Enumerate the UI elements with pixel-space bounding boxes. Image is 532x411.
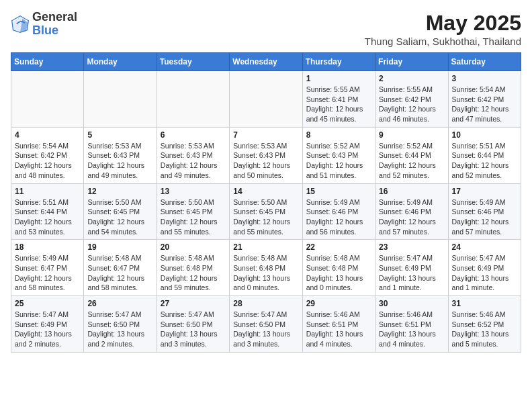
calendar-cell: 24Sunrise: 5:47 AM Sunset: 6:49 PM Dayli… bbox=[448, 240, 521, 296]
calendar-cell: 26Sunrise: 5:47 AM Sunset: 6:50 PM Dayli… bbox=[84, 296, 157, 353]
day-info: Sunrise: 5:55 AM Sunset: 6:41 PM Dayligh… bbox=[306, 85, 371, 124]
logo-general: General bbox=[32, 10, 77, 24]
day-info: Sunrise: 5:53 AM Sunset: 6:43 PM Dayligh… bbox=[161, 141, 226, 181]
day-number: 1 bbox=[306, 74, 371, 83]
day-info: Sunrise: 5:53 AM Sunset: 6:43 PM Dayligh… bbox=[233, 141, 298, 181]
calendar-table: SundayMondayTuesdayWednesdayThursdayFrid… bbox=[11, 52, 521, 353]
day-number: 9 bbox=[379, 130, 444, 140]
day-number: 12 bbox=[87, 187, 152, 196]
calendar-cell: 28Sunrise: 5:47 AM Sunset: 6:50 PM Dayli… bbox=[230, 296, 302, 353]
calendar-cell: 9Sunrise: 5:52 AM Sunset: 6:44 PM Daylig… bbox=[375, 127, 448, 183]
day-info: Sunrise: 5:50 AM Sunset: 6:45 PM Dayligh… bbox=[161, 197, 226, 237]
calendar-cell: 4Sunrise: 5:54 AM Sunset: 6:42 PM Daylig… bbox=[11, 127, 84, 183]
calendar-cell: 15Sunrise: 5:49 AM Sunset: 6:46 PM Dayli… bbox=[302, 183, 375, 240]
day-number: 14 bbox=[233, 187, 298, 196]
calendar-cell: 30Sunrise: 5:46 AM Sunset: 6:51 PM Dayli… bbox=[375, 296, 448, 353]
day-number: 13 bbox=[161, 187, 226, 196]
day-info: Sunrise: 5:48 AM Sunset: 6:48 PM Dayligh… bbox=[161, 253, 226, 293]
week-row-2: 4Sunrise: 5:54 AM Sunset: 6:42 PM Daylig… bbox=[11, 127, 521, 183]
day-number: 24 bbox=[452, 242, 517, 252]
day-number: 29 bbox=[306, 299, 371, 308]
day-number: 28 bbox=[233, 299, 298, 308]
week-row-5: 25Sunrise: 5:47 AM Sunset: 6:49 PM Dayli… bbox=[11, 296, 521, 353]
day-header-thursday: Thursday bbox=[302, 53, 375, 71]
day-number: 22 bbox=[306, 242, 371, 252]
day-info: Sunrise: 5:53 AM Sunset: 6:43 PM Dayligh… bbox=[87, 141, 152, 181]
calendar-cell: 21Sunrise: 5:48 AM Sunset: 6:48 PM Dayli… bbox=[230, 240, 302, 296]
calendar-cell: 29Sunrise: 5:46 AM Sunset: 6:51 PM Dayli… bbox=[302, 296, 375, 353]
page-header: General Blue May 2025 Thung Saliam, Sukh… bbox=[11, 11, 521, 47]
week-row-1: 1Sunrise: 5:55 AM Sunset: 6:41 PM Daylig… bbox=[11, 71, 521, 128]
day-info: Sunrise: 5:48 AM Sunset: 6:48 PM Dayligh… bbox=[233, 253, 298, 293]
day-info: Sunrise: 5:51 AM Sunset: 6:44 PM Dayligh… bbox=[452, 141, 517, 181]
day-number: 27 bbox=[161, 299, 226, 308]
day-info: Sunrise: 5:49 AM Sunset: 6:46 PM Dayligh… bbox=[379, 197, 444, 237]
day-info: Sunrise: 5:54 AM Sunset: 6:42 PM Dayligh… bbox=[15, 141, 80, 181]
day-number: 10 bbox=[452, 130, 517, 140]
generalblue-logo-icon bbox=[11, 15, 30, 34]
week-row-4: 18Sunrise: 5:49 AM Sunset: 6:47 PM Dayli… bbox=[11, 240, 521, 296]
day-number: 21 bbox=[233, 242, 298, 252]
day-info: Sunrise: 5:52 AM Sunset: 6:43 PM Dayligh… bbox=[306, 141, 371, 181]
day-header-monday: Monday bbox=[84, 53, 157, 71]
calendar-header: SundayMondayTuesdayWednesdayThursdayFrid… bbox=[11, 53, 521, 71]
day-info: Sunrise: 5:50 AM Sunset: 6:45 PM Dayligh… bbox=[233, 197, 298, 237]
day-number: 2 bbox=[379, 74, 444, 83]
days-of-week-row: SundayMondayTuesdayWednesdayThursdayFrid… bbox=[11, 53, 521, 71]
day-info: Sunrise: 5:50 AM Sunset: 6:45 PM Dayligh… bbox=[87, 197, 152, 237]
calendar-cell: 22Sunrise: 5:48 AM Sunset: 6:48 PM Dayli… bbox=[302, 240, 375, 296]
day-info: Sunrise: 5:47 AM Sunset: 6:49 PM Dayligh… bbox=[15, 310, 80, 349]
calendar-cell: 6Sunrise: 5:53 AM Sunset: 6:43 PM Daylig… bbox=[157, 127, 229, 183]
day-number: 7 bbox=[233, 130, 298, 140]
month-title: May 2025 bbox=[365, 11, 521, 36]
location-title: Thung Saliam, Sukhothai, Thailand bbox=[365, 36, 521, 47]
day-header-tuesday: Tuesday bbox=[157, 53, 229, 71]
calendar-cell: 8Sunrise: 5:52 AM Sunset: 6:43 PM Daylig… bbox=[302, 127, 375, 183]
calendar-cell: 3Sunrise: 5:54 AM Sunset: 6:42 PM Daylig… bbox=[448, 71, 521, 128]
day-info: Sunrise: 5:48 AM Sunset: 6:47 PM Dayligh… bbox=[87, 253, 152, 293]
day-number: 23 bbox=[379, 242, 444, 252]
calendar-cell: 2Sunrise: 5:55 AM Sunset: 6:42 PM Daylig… bbox=[375, 71, 448, 128]
calendar-cell: 7Sunrise: 5:53 AM Sunset: 6:43 PM Daylig… bbox=[230, 127, 302, 183]
day-number: 20 bbox=[161, 242, 226, 252]
day-info: Sunrise: 5:51 AM Sunset: 6:44 PM Dayligh… bbox=[15, 197, 80, 237]
day-info: Sunrise: 5:49 AM Sunset: 6:47 PM Dayligh… bbox=[15, 253, 80, 293]
calendar-cell: 20Sunrise: 5:48 AM Sunset: 6:48 PM Dayli… bbox=[157, 240, 229, 296]
calendar-cell: 31Sunrise: 5:46 AM Sunset: 6:52 PM Dayli… bbox=[448, 296, 521, 353]
day-number: 3 bbox=[452, 74, 517, 83]
day-info: Sunrise: 5:52 AM Sunset: 6:44 PM Dayligh… bbox=[379, 141, 444, 181]
day-number: 15 bbox=[306, 187, 371, 196]
day-header-saturday: Saturday bbox=[448, 53, 521, 71]
day-number: 31 bbox=[452, 299, 517, 308]
calendar-cell bbox=[230, 71, 302, 128]
calendar-cell: 27Sunrise: 5:47 AM Sunset: 6:50 PM Dayli… bbox=[157, 296, 229, 353]
calendar-cell: 17Sunrise: 5:49 AM Sunset: 6:46 PM Dayli… bbox=[448, 183, 521, 240]
day-number: 25 bbox=[15, 299, 80, 308]
calendar-cell: 10Sunrise: 5:51 AM Sunset: 6:44 PM Dayli… bbox=[448, 127, 521, 183]
calendar-cell: 25Sunrise: 5:47 AM Sunset: 6:49 PM Dayli… bbox=[11, 296, 84, 353]
calendar-cell: 19Sunrise: 5:48 AM Sunset: 6:47 PM Dayli… bbox=[84, 240, 157, 296]
calendar-cell: 14Sunrise: 5:50 AM Sunset: 6:45 PM Dayli… bbox=[230, 183, 302, 240]
calendar-cell: 5Sunrise: 5:53 AM Sunset: 6:43 PM Daylig… bbox=[84, 127, 157, 183]
day-info: Sunrise: 5:47 AM Sunset: 6:50 PM Dayligh… bbox=[233, 310, 298, 349]
day-number: 11 bbox=[15, 187, 80, 196]
day-info: Sunrise: 5:47 AM Sunset: 6:49 PM Dayligh… bbox=[379, 253, 444, 293]
calendar-cell: 11Sunrise: 5:51 AM Sunset: 6:44 PM Dayli… bbox=[11, 183, 84, 240]
calendar-cell: 23Sunrise: 5:47 AM Sunset: 6:49 PM Dayli… bbox=[375, 240, 448, 296]
day-header-wednesday: Wednesday bbox=[230, 53, 302, 71]
week-row-3: 11Sunrise: 5:51 AM Sunset: 6:44 PM Dayli… bbox=[11, 183, 521, 240]
day-number: 18 bbox=[15, 242, 80, 252]
day-info: Sunrise: 5:47 AM Sunset: 6:50 PM Dayligh… bbox=[87, 310, 152, 349]
day-header-friday: Friday bbox=[375, 53, 448, 71]
calendar-cell bbox=[84, 71, 157, 128]
logo: General Blue bbox=[11, 11, 77, 38]
day-header-sunday: Sunday bbox=[11, 53, 84, 71]
day-number: 16 bbox=[379, 187, 444, 196]
calendar-cell bbox=[157, 71, 229, 128]
calendar-cell bbox=[11, 71, 84, 128]
calendar-cell: 12Sunrise: 5:50 AM Sunset: 6:45 PM Dayli… bbox=[84, 183, 157, 240]
day-number: 6 bbox=[161, 130, 226, 140]
day-number: 4 bbox=[15, 130, 80, 140]
day-number: 17 bbox=[452, 187, 517, 196]
calendar-cell: 16Sunrise: 5:49 AM Sunset: 6:46 PM Dayli… bbox=[375, 183, 448, 240]
